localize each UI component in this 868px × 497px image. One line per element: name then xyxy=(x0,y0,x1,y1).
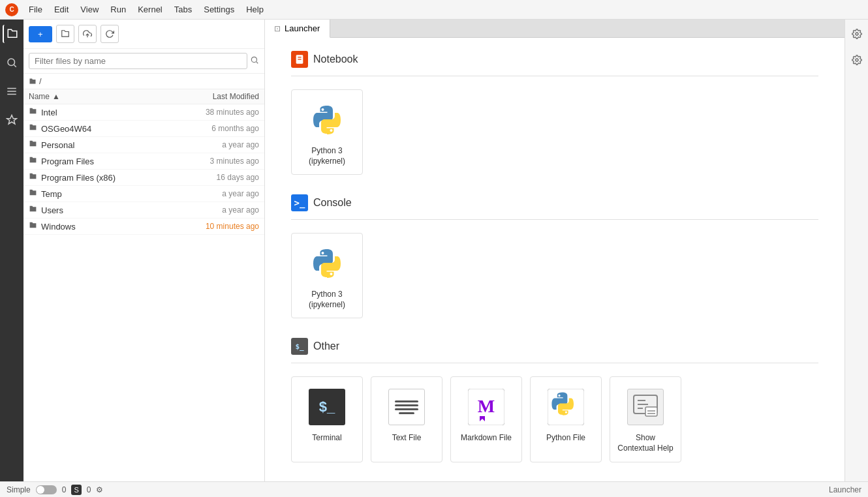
sidebar: + + / Name ▲ xyxy=(23,20,265,481)
folder-icon xyxy=(29,205,37,215)
markdown-card[interactable]: M Markdown File xyxy=(450,376,522,462)
icon-bar-search[interactable] xyxy=(3,53,21,72)
file-name: Personal xyxy=(41,140,174,150)
svg-point-21 xyxy=(856,33,858,35)
menu-view[interactable]: View xyxy=(75,3,104,16)
search-bar xyxy=(23,49,264,74)
markdown-icon: M xyxy=(467,387,506,427)
simple-toggle[interactable] xyxy=(36,485,57,494)
pythonfile-card[interactable]: Python File xyxy=(530,376,602,462)
svg-text:M: M xyxy=(478,396,495,416)
list-item[interactable]: Program Files3 minutes ago xyxy=(23,153,264,170)
tab-launcher[interactable]: ⊡ Launcher xyxy=(265,20,330,38)
status-gear-icon[interactable]: ⚙ xyxy=(96,485,103,494)
notebook-python3-card[interactable]: Python 3(ipykernel) xyxy=(291,89,363,175)
console-divider xyxy=(291,219,818,220)
folder-icon xyxy=(29,123,37,134)
menu-kernel[interactable]: Kernel xyxy=(132,3,168,16)
section-notebook: Notebook xyxy=(291,51,818,68)
file-date: a year ago xyxy=(174,205,259,215)
file-name: Program Files xyxy=(41,157,174,166)
other-divider xyxy=(291,363,818,363)
svg-line-7 xyxy=(256,62,258,64)
new-button[interactable]: + + xyxy=(29,26,52,42)
status-zero1: 0 xyxy=(62,485,67,494)
list-item[interactable]: Usersa year ago xyxy=(23,202,264,218)
list-item[interactable]: Windows10 minutes ago xyxy=(23,218,264,235)
status-badge: S xyxy=(71,485,81,495)
icon-bar-list[interactable] xyxy=(3,82,21,100)
terminal-card[interactable]: $_ Terminal xyxy=(291,376,363,462)
folder-icon xyxy=(29,140,37,150)
search-button[interactable] xyxy=(250,55,259,67)
folder-icon xyxy=(29,156,37,166)
notebook-cards: Python 3(ipykernel) xyxy=(291,89,818,175)
svg-point-22 xyxy=(856,59,858,61)
folder-icon xyxy=(29,107,37,117)
console-cards: Python 3(ipykernel) xyxy=(291,233,818,318)
refresh-button[interactable] xyxy=(101,25,119,43)
folder-icon-btn[interactable] xyxy=(56,25,74,43)
menu-edit[interactable]: Edit xyxy=(49,3,74,16)
file-date: 16 days ago xyxy=(174,173,259,182)
menu-file[interactable]: File xyxy=(23,3,48,16)
svg-point-0 xyxy=(8,59,15,66)
file-name: Program Files (x86) xyxy=(41,173,174,183)
menu-tabs[interactable]: Tabs xyxy=(169,3,197,16)
menu-help[interactable]: Help xyxy=(241,3,269,16)
console-python3-label: Python 3(ipykernel) xyxy=(309,290,345,310)
tab-bar: ⊡ Launcher xyxy=(265,20,845,38)
file-date: 6 months ago xyxy=(174,124,259,133)
python3-notebook-icon xyxy=(307,100,347,140)
search-input[interactable] xyxy=(29,53,247,69)
contextual-help-card[interactable]: Show Contextual Help xyxy=(610,376,681,462)
contextual-help-icon xyxy=(626,387,665,427)
console-python3-card[interactable]: Python 3(ipykernel) xyxy=(291,233,363,318)
terminal-icon: $_ xyxy=(307,387,347,427)
file-name: Users xyxy=(41,205,174,215)
launcher-content: Notebook Python 3(ipykernel) >_ xyxy=(265,38,845,481)
textfile-card[interactable]: Text File xyxy=(371,376,442,462)
list-item[interactable]: Personala year ago xyxy=(23,137,264,153)
section-console: >_ Console xyxy=(291,194,818,211)
sidebar-toolbar: + + xyxy=(23,20,264,49)
contextual-help-label: Show Contextual Help xyxy=(617,433,674,453)
section-other: $_ Other xyxy=(291,338,818,355)
list-item[interactable]: OSGeo4W646 months ago xyxy=(23,121,264,137)
menu-run[interactable]: Run xyxy=(105,3,131,16)
list-item[interactable]: Tempa year ago xyxy=(23,186,264,202)
right-settings2-icon[interactable] xyxy=(848,51,866,69)
console-section-icon: >_ xyxy=(291,194,308,211)
other-section-icon: $_ xyxy=(291,338,308,355)
file-date: 38 minutes ago xyxy=(174,108,259,117)
terminal-label: Terminal xyxy=(312,433,341,444)
file-list: Intel38 minutes agoOSGeo4W646 months ago… xyxy=(23,104,264,481)
icon-bar-files[interactable] xyxy=(3,25,21,43)
plus-icon: + xyxy=(38,29,43,39)
markdown-label: Markdown File xyxy=(461,433,512,444)
other-cards: $_ Terminal Text File xyxy=(291,376,818,462)
notebook-python3-label: Python 3(ipykernel) xyxy=(309,146,345,166)
right-panel xyxy=(845,20,868,481)
file-date: 10 minutes ago xyxy=(174,222,259,231)
app-logo: C xyxy=(5,3,18,16)
svg-rect-18 xyxy=(645,407,657,416)
menu-settings[interactable]: Settings xyxy=(198,3,240,16)
icon-bar-extensions[interactable] xyxy=(3,111,21,129)
col-last-modified: Last Modified xyxy=(174,92,259,101)
file-date: a year ago xyxy=(174,140,259,149)
list-item[interactable]: Program Files (x86)16 days ago xyxy=(23,170,264,186)
list-item[interactable]: Intel38 minutes ago xyxy=(23,104,264,121)
settings-icon[interactable] xyxy=(848,25,866,43)
folder-icon xyxy=(29,221,37,232)
content-area: ⊡ Launcher Notebook xyxy=(265,20,845,481)
file-date: 3 minutes ago xyxy=(174,157,259,166)
sort-arrow-icon: ▲ xyxy=(52,92,60,101)
textfile-label: Text File xyxy=(392,433,422,444)
svg-point-6 xyxy=(251,57,256,62)
upload-button[interactable] xyxy=(78,25,97,43)
python3-console-icon xyxy=(307,244,347,283)
pythonfile-label: Python File xyxy=(546,433,585,444)
sort-name[interactable]: Name ▲ xyxy=(29,92,174,101)
file-name: Intel xyxy=(41,108,174,117)
